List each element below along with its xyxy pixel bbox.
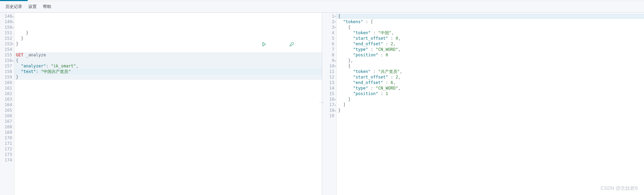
fold-toggle-icon[interactable]: ▴ bbox=[12, 13, 14, 19]
fold-toggle-icon[interactable]: ▾ bbox=[334, 19, 336, 25]
line-number: 151 bbox=[0, 30, 14, 36]
menu-settings[interactable]: 设置 bbox=[28, 4, 37, 10]
line-number: 173 bbox=[0, 152, 14, 157]
menu-help[interactable]: 帮助 bbox=[43, 4, 51, 10]
line-number: 162 bbox=[0, 91, 14, 96]
code-line: "type" : "CN_WORD", bbox=[337, 47, 644, 52]
line-number: 15 bbox=[322, 91, 336, 96]
code-line[interactable] bbox=[15, 130, 322, 135]
line-number: 160 bbox=[0, 80, 14, 85]
line-number: 9▴ bbox=[322, 58, 336, 63]
fold-toggle-icon[interactable]: ▴ bbox=[12, 58, 14, 63]
code-line[interactable] bbox=[15, 124, 322, 130]
line-number: 171 bbox=[0, 141, 14, 146]
line-number: 11 bbox=[322, 69, 336, 74]
line-number: 170 bbox=[0, 135, 14, 141]
line-number: 154 bbox=[0, 47, 14, 52]
code-line[interactable] bbox=[15, 135, 322, 141]
line-number: 7 bbox=[322, 47, 336, 52]
code-line: { bbox=[337, 13, 644, 19]
code-line: "token" : "中国", bbox=[337, 30, 644, 36]
line-number: 152 bbox=[0, 36, 14, 41]
code-line: ] bbox=[337, 102, 644, 108]
fold-toggle-icon[interactable]: ▾ bbox=[334, 25, 336, 30]
code-line[interactable]: { bbox=[15, 58, 322, 63]
fold-toggle-icon[interactable]: ▴ bbox=[12, 25, 14, 30]
line-number: 149▴ bbox=[0, 19, 14, 25]
fold-toggle-icon[interactable]: ▾ bbox=[12, 41, 14, 47]
wrench-icon[interactable] bbox=[289, 31, 314, 58]
code-line: "position" : 1 bbox=[337, 91, 644, 96]
request-pane: 148▴149▴150▴151152153▾154155156▴15715815… bbox=[0, 13, 322, 195]
line-number: 148▴ bbox=[0, 13, 14, 19]
line-number: 5 bbox=[322, 36, 336, 41]
line-number: 174 bbox=[0, 157, 14, 163]
code-line[interactable]: "analyzer": "ik_smart", bbox=[15, 63, 322, 69]
line-number: 4 bbox=[322, 30, 336, 36]
watermark: CSDN @念奴娇6 bbox=[600, 185, 638, 192]
line-number: 14 bbox=[322, 85, 336, 91]
code-line[interactable] bbox=[15, 80, 322, 85]
line-number: 169 bbox=[0, 130, 14, 135]
code-line[interactable]: "text": "中国共产党员" bbox=[15, 69, 322, 74]
code-line[interactable] bbox=[15, 85, 322, 91]
fold-toggle-icon[interactable]: ▴ bbox=[334, 102, 336, 108]
code-line[interactable] bbox=[15, 141, 322, 146]
fold-toggle-icon[interactable]: ▴ bbox=[334, 108, 336, 113]
line-number: 166 bbox=[0, 113, 14, 119]
code-line[interactable] bbox=[15, 152, 322, 157]
run-controls bbox=[262, 31, 315, 58]
line-number: 156▴ bbox=[0, 58, 14, 63]
line-number: 2▾ bbox=[322, 19, 336, 25]
fold-toggle-icon[interactable]: ▴ bbox=[334, 96, 336, 102]
response-gutter: 1▾2▾3▾456789▴10▾111213141516▴17▴18▴19 bbox=[322, 13, 337, 195]
code-line: { bbox=[337, 25, 644, 30]
code-line: "tokens" : [ bbox=[337, 19, 644, 25]
code-line bbox=[337, 113, 644, 119]
line-number: 172 bbox=[0, 146, 14, 152]
line-number: 12 bbox=[322, 74, 336, 80]
code-line[interactable] bbox=[15, 163, 322, 168]
code-line[interactable] bbox=[15, 168, 322, 174]
line-number: 159 bbox=[0, 74, 14, 80]
code-line[interactable] bbox=[15, 102, 322, 108]
code-line[interactable] bbox=[15, 119, 322, 124]
code-line[interactable] bbox=[15, 146, 322, 152]
request-gutter: 148▴149▴150▴151152153▾154155156▴15715815… bbox=[0, 13, 15, 195]
code-line[interactable] bbox=[15, 157, 322, 163]
tab-indicator bbox=[0, 0, 644, 1]
code-line[interactable] bbox=[15, 96, 322, 102]
line-number: 153▾ bbox=[0, 41, 14, 47]
line-number: 157 bbox=[0, 63, 14, 69]
line-number: 155 bbox=[0, 52, 14, 58]
fold-toggle-icon[interactable]: ▾ bbox=[334, 13, 336, 19]
code-line[interactable] bbox=[15, 113, 322, 119]
response-viewer[interactable]: { "tokens" : [ { "token" : "中国", "start_… bbox=[337, 13, 644, 195]
line-number: 164 bbox=[0, 102, 14, 108]
code-line[interactable] bbox=[15, 91, 322, 96]
code-line: } bbox=[337, 96, 644, 102]
fold-toggle-icon[interactable]: ▴ bbox=[334, 58, 336, 63]
code-line: { bbox=[337, 63, 644, 69]
line-number: 158 bbox=[0, 69, 14, 74]
code-line[interactable]: } bbox=[15, 74, 322, 80]
request-editor[interactable]: } }}GET _analyze{ "analyzer": "ik_smart"… bbox=[15, 13, 322, 195]
menu-history[interactable]: 历史记录 bbox=[6, 4, 22, 10]
fold-toggle-icon[interactable]: ▾ bbox=[334, 63, 336, 69]
code-line: "start_offset" : 0, bbox=[337, 36, 644, 41]
line-number: 3▾ bbox=[322, 25, 336, 30]
line-number: 150▴ bbox=[0, 25, 14, 30]
line-number: 167 bbox=[0, 119, 14, 124]
code-line[interactable] bbox=[15, 174, 322, 179]
editor-panes: 148▴149▴150▴151152153▾154155156▴15715815… bbox=[0, 13, 644, 195]
code-line[interactable] bbox=[15, 108, 322, 113]
line-number: 16▴ bbox=[322, 96, 336, 102]
play-icon[interactable] bbox=[262, 31, 287, 58]
line-number: 19 bbox=[322, 113, 336, 119]
code-line: "start_offset" : 2, bbox=[337, 74, 644, 80]
fold-toggle-icon[interactable]: ▴ bbox=[12, 19, 14, 25]
line-number: 6 bbox=[322, 41, 336, 47]
line-number: 10▾ bbox=[322, 63, 336, 69]
code-line: } bbox=[337, 108, 644, 113]
code-line: "type" : "CN_WORD", bbox=[337, 85, 644, 91]
